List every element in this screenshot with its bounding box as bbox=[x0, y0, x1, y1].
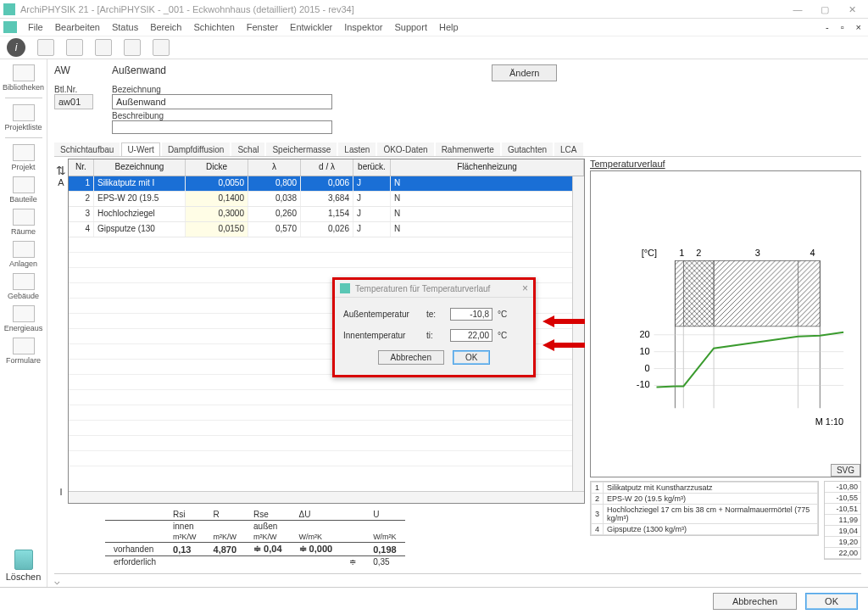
tabs: Schichtaufbau U-Wert Dampfdiffusion Scha… bbox=[54, 142, 861, 157]
chart-title: Temperaturverlauf bbox=[590, 159, 861, 169]
bez-field[interactable]: Außenwand bbox=[112, 94, 332, 109]
menu-file[interactable]: File bbox=[24, 20, 47, 34]
btlnr-field[interactable]: aw01 bbox=[54, 94, 93, 109]
svg-text:10: 10 bbox=[639, 346, 649, 356]
sort-icon[interactable]: ⇅ bbox=[56, 164, 66, 177]
grid-scrollbar[interactable] bbox=[572, 176, 584, 491]
tool-new-icon[interactable] bbox=[37, 39, 54, 56]
nav-bibliotheken[interactable]: Bibliotheken bbox=[2, 63, 46, 93]
tab-lca[interactable]: LCA bbox=[554, 142, 582, 156]
nav-delete[interactable]: Löschen bbox=[6, 550, 42, 582]
change-button[interactable]: Ändern bbox=[492, 64, 557, 81]
menu-bearbeiten[interactable]: Bearbeiten bbox=[51, 20, 104, 34]
table-row[interactable]: 1Silikatputz mit I0,00500,8000,006JN bbox=[69, 176, 584, 192]
ti-input[interactable]: 22,00 bbox=[450, 329, 492, 342]
temperature-dialog: Temperaturen für Temperaturverlauf × Auß… bbox=[332, 277, 536, 377]
app-icon bbox=[3, 3, 15, 15]
table-row[interactable]: 2EPS-W 20 (19.50,14000,0383,684JN bbox=[69, 192, 584, 207]
tool-edit-icon[interactable] bbox=[66, 39, 83, 56]
side-top: A bbox=[58, 177, 64, 187]
mdi-restore[interactable]: ▫ bbox=[837, 22, 848, 32]
callout-arrow-te bbox=[542, 315, 585, 327]
tab-gutachten[interactable]: Gutachten bbox=[502, 142, 553, 156]
svg-text:1: 1 bbox=[679, 248, 684, 258]
svg-rect-12 bbox=[798, 260, 820, 327]
svg-text:4: 4 bbox=[810, 248, 815, 258]
toolbar: i bbox=[0, 36, 868, 59]
menu-entwickler[interactable]: Entwickler bbox=[286, 20, 337, 34]
title-bar: ArchiPHYSIK 21 - [ArchiPHYSIK - _001 - E… bbox=[0, 0, 868, 19]
nav-projekt[interactable]: Projekt bbox=[2, 142, 46, 173]
nav-projektliste[interactable]: Projektliste bbox=[2, 103, 46, 133]
table-row[interactable]: 4Gipsputze (1300,01500,5700,026JN bbox=[69, 222, 584, 237]
menu-status[interactable]: Status bbox=[108, 20, 142, 34]
tab-oeko[interactable]: ÖKO-Daten bbox=[377, 142, 433, 156]
bottom-ok-button[interactable]: OK bbox=[805, 593, 858, 610]
ti-label: Innentemperatur bbox=[343, 331, 421, 340]
grid-hscroll[interactable] bbox=[69, 491, 584, 503]
bottom-cancel-button[interactable]: Abbrechen bbox=[713, 593, 797, 610]
chart-svg: [°C] 1 2 3 4 20 10 0 -10 bbox=[591, 171, 860, 477]
dialog-ok-button[interactable]: OK bbox=[453, 350, 490, 365]
tab-speichermasse[interactable]: Speichermasse bbox=[266, 142, 337, 156]
side-bot: I bbox=[59, 487, 62, 497]
tab-schal[interactable]: Schal bbox=[231, 142, 264, 156]
callout-arrow-ti bbox=[542, 339, 585, 351]
bez-label: Bezeichnung bbox=[112, 85, 349, 94]
svg-text:[°C]: [°C] bbox=[642, 248, 657, 258]
trash-icon bbox=[14, 550, 33, 570]
info-icon[interactable]: i bbox=[7, 38, 25, 57]
menu-schichten[interactable]: Schichten bbox=[189, 20, 238, 34]
svg-button[interactable]: SVG bbox=[831, 464, 860, 477]
nav-raeume[interactable]: Räume bbox=[2, 207, 46, 237]
nav-gebaeude[interactable]: Gebäude bbox=[2, 271, 46, 302]
svg-text:3: 3 bbox=[755, 248, 760, 258]
svg-text:M 1:10: M 1:10 bbox=[815, 416, 843, 427]
menu-inspektor[interactable]: Inspektor bbox=[340, 20, 387, 34]
tab-schichtaufbau[interactable]: Schichtaufbau bbox=[54, 142, 120, 156]
close-button[interactable]: ✕ bbox=[839, 2, 865, 17]
nav-formulare[interactable]: Formulare bbox=[2, 336, 46, 366]
nav-energieaus[interactable]: Energieaus bbox=[2, 304, 46, 334]
btlnr-label: Btl.Nr. bbox=[54, 85, 105, 94]
svg-text:-10: -10 bbox=[637, 379, 650, 389]
dialog-title: Temperaturen für Temperaturverlauf bbox=[355, 284, 490, 293]
tab-rahmenwerte[interactable]: Rahmenwerte bbox=[436, 142, 500, 156]
tab-lasten[interactable]: Lasten bbox=[338, 142, 376, 156]
beschr-field[interactable] bbox=[112, 120, 332, 134]
tab-dampfdiffusion[interactable]: Dampfdiffusion bbox=[162, 142, 231, 156]
svg-rect-10 bbox=[683, 260, 714, 327]
minimize-button[interactable]: ― bbox=[785, 2, 810, 17]
te-input[interactable]: -10,8 bbox=[450, 308, 492, 321]
menu-bar: File Bearbeiten Status Bereich Schichten… bbox=[0, 19, 868, 36]
tab-u-wert[interactable]: U-Wert bbox=[121, 142, 159, 156]
code-label: AW bbox=[54, 64, 105, 76]
svg-text:0: 0 bbox=[644, 363, 649, 373]
dialog-close-icon[interactable]: × bbox=[522, 282, 528, 294]
beschr-label: Beschreibung bbox=[112, 111, 349, 120]
left-nav: Bibliotheken Projektliste Projekt Bautei… bbox=[0, 59, 47, 587]
tool-print-icon[interactable] bbox=[95, 39, 112, 56]
temperature-chart: [°C] 1 2 3 4 20 10 0 -10 bbox=[590, 170, 861, 477]
svg-text:20: 20 bbox=[639, 329, 649, 339]
grid-header: Nr. Bezeichnung Dicke λ d / λ berück. Fl… bbox=[69, 159, 584, 176]
dialog-icon bbox=[340, 283, 350, 293]
svg-rect-11 bbox=[714, 260, 798, 327]
doc-icon bbox=[3, 21, 17, 33]
menu-help[interactable]: Help bbox=[435, 20, 463, 34]
svg-rect-9 bbox=[675, 260, 683, 327]
summary-table: RsiRRseΔUU innenaußen m²K/Wm²K/Wm²K/WW/m… bbox=[105, 509, 861, 567]
mdi-close[interactable]: × bbox=[853, 22, 865, 32]
expand-icon[interactable]: ⌵ bbox=[54, 576, 861, 587]
menu-fenster[interactable]: Fenster bbox=[242, 20, 282, 34]
maximize-button[interactable]: ▢ bbox=[812, 2, 837, 17]
tool-case-icon[interactable] bbox=[153, 39, 170, 56]
dialog-cancel-button[interactable]: Abbrechen bbox=[378, 350, 444, 365]
menu-bereich[interactable]: Bereich bbox=[146, 20, 186, 34]
tool-copy-icon[interactable] bbox=[124, 39, 141, 56]
table-row[interactable]: 3Hochlochziegel0,30000,2601,154JN bbox=[69, 207, 584, 222]
nav-bauteile[interactable]: Bauteile bbox=[2, 175, 46, 205]
menu-support[interactable]: Support bbox=[390, 20, 431, 34]
mdi-minimize[interactable]: - bbox=[822, 22, 832, 32]
nav-anlagen[interactable]: Anlagen bbox=[2, 239, 46, 270]
